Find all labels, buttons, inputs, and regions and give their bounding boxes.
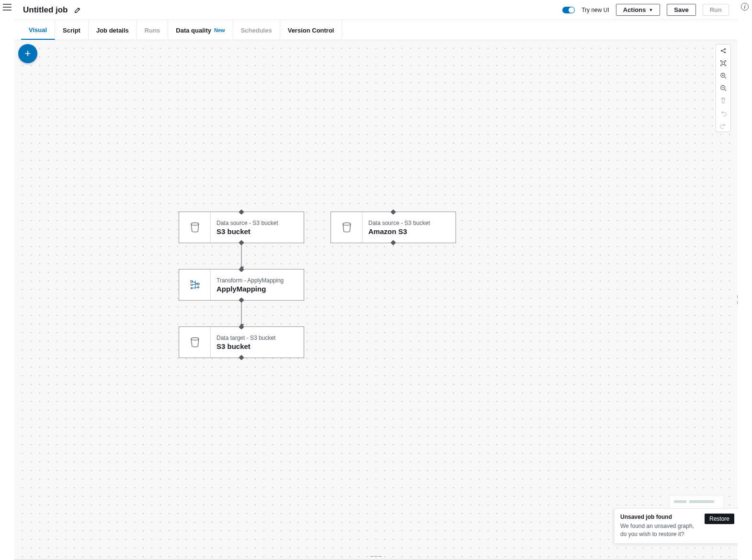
restore-button[interactable]: Restore bbox=[705, 514, 734, 524]
header-bar: Untitled job Try new UI Actions ▼ Save R… bbox=[14, 0, 738, 20]
caret-down-icon: ▼ bbox=[649, 8, 653, 12]
node-title: S3 bucket bbox=[216, 342, 298, 350]
svg-point-13 bbox=[191, 223, 199, 225]
run-button: Run bbox=[703, 4, 729, 16]
edge bbox=[241, 301, 242, 326]
canvas-tool-palette bbox=[716, 44, 731, 132]
tab-version-control[interactable]: Version Control bbox=[280, 20, 342, 40]
toast-description: We found an unsaved graph, do you wish t… bbox=[620, 522, 700, 538]
try-new-ui-toggle[interactable] bbox=[562, 7, 575, 13]
svg-point-22 bbox=[191, 337, 199, 340]
bottom-drag-handle[interactable] bbox=[370, 556, 382, 558]
node-s3-target[interactable]: Data target - S3 bucket S3 bucket bbox=[179, 326, 304, 358]
node-amazon-s3-source[interactable]: Data source - S3 bucket Amazon S3 bbox=[330, 212, 456, 243]
bucket-icon bbox=[179, 212, 211, 243]
node-subtitle: Data target - S3 bucket bbox=[216, 335, 298, 341]
svg-point-1 bbox=[724, 48, 726, 50]
add-node-button[interactable]: + bbox=[18, 44, 37, 63]
svg-point-14 bbox=[343, 223, 351, 225]
svg-line-19 bbox=[192, 284, 197, 285]
bucket-icon bbox=[331, 212, 363, 243]
svg-point-0 bbox=[721, 50, 723, 52]
new-badge: New bbox=[214, 27, 225, 33]
tab-script[interactable]: Script bbox=[55, 20, 89, 40]
tab-visual[interactable]: Visual bbox=[21, 20, 55, 40]
undo-icon bbox=[716, 107, 730, 119]
svg-point-16 bbox=[191, 284, 193, 286]
svg-rect-5 bbox=[722, 62, 724, 64]
node-apply-mapping[interactable]: Transform - ApplyMapping ApplyMapping bbox=[179, 269, 304, 301]
node-title: ApplyMapping bbox=[216, 285, 298, 293]
node-s3-source[interactable]: Data source - S3 bucket S3 bucket bbox=[179, 212, 304, 243]
try-new-ui-label: Try new UI bbox=[581, 7, 609, 13]
right-drag-handle[interactable] bbox=[736, 294, 738, 305]
svg-rect-17 bbox=[197, 283, 199, 285]
svg-line-11 bbox=[725, 90, 727, 91]
actions-button[interactable]: Actions ▼ bbox=[616, 4, 661, 16]
toast-title: Unsaved job found bbox=[620, 514, 700, 520]
info-icon[interactable]: i bbox=[741, 3, 749, 11]
node-subtitle: Data source - S3 bucket bbox=[216, 220, 298, 226]
edge bbox=[241, 243, 242, 269]
tab-job-details[interactable]: Job details bbox=[89, 20, 137, 40]
node-subtitle: Data source - S3 bucket bbox=[368, 220, 450, 226]
save-button[interactable]: Save bbox=[667, 4, 695, 16]
tab-runs: Runs bbox=[137, 20, 169, 40]
tab-schedules: Schedules bbox=[233, 20, 280, 40]
svg-line-4 bbox=[722, 51, 724, 52]
svg-rect-15 bbox=[191, 280, 193, 282]
delete-icon bbox=[716, 94, 730, 107]
bucket-icon bbox=[179, 327, 211, 358]
svg-point-2 bbox=[724, 52, 726, 54]
node-subtitle: Transform - ApplyMapping bbox=[216, 277, 298, 284]
page-title: Untitled job bbox=[23, 5, 68, 15]
tab-data-quality[interactable]: Data quality New bbox=[168, 20, 233, 40]
zoom-in-icon[interactable] bbox=[716, 69, 730, 82]
zoom-out-icon[interactable] bbox=[716, 82, 730, 94]
redo-icon bbox=[716, 119, 730, 132]
svg-line-18 bbox=[192, 281, 197, 284]
svg-line-3 bbox=[722, 49, 724, 50]
svg-line-7 bbox=[725, 77, 727, 79]
node-title: S3 bucket bbox=[216, 227, 298, 235]
mapping-icon bbox=[179, 269, 211, 300]
fit-screen-icon[interactable] bbox=[716, 57, 730, 69]
node-title: Amazon S3 bbox=[368, 227, 450, 235]
visual-canvas[interactable]: + bbox=[14, 40, 738, 559]
edit-title-icon[interactable] bbox=[74, 7, 81, 13]
tabs-bar: Visual Script Job details Runs Data qual… bbox=[14, 20, 738, 40]
svg-line-20 bbox=[192, 287, 197, 288]
share-icon[interactable] bbox=[716, 45, 730, 57]
unsaved-job-toast: Unsaved job found We found an unsaved gr… bbox=[614, 508, 738, 544]
menu-icon[interactable] bbox=[3, 4, 11, 11]
